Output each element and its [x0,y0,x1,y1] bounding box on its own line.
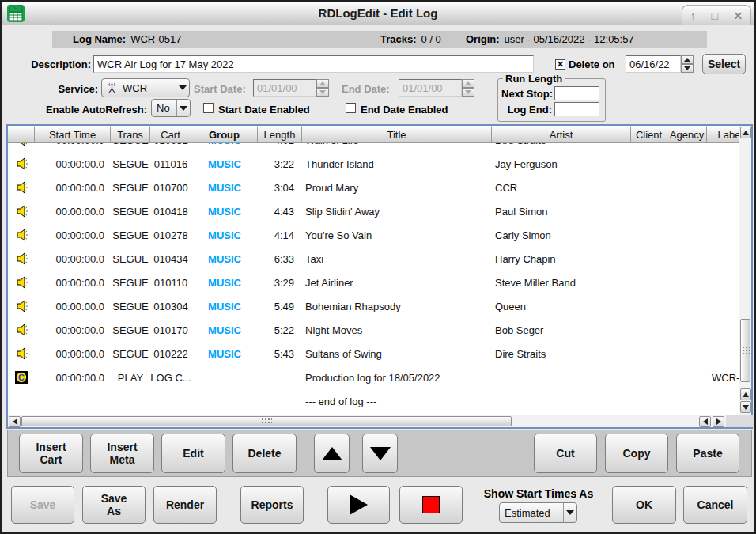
stop-button[interactable] [399,486,463,524]
scroll-left-icon[interactable] [699,416,711,427]
speaker-icon [8,275,35,290]
show-start-times-select[interactable]: Estimated [499,502,577,523]
spin-down-icon[interactable] [681,64,694,73]
column-header-start-time[interactable]: Start Time [35,126,111,143]
scroll-up-icon[interactable] [740,388,751,400]
scroll-left-icon[interactable] [9,416,21,427]
description-input[interactable] [93,55,534,73]
select-button[interactable]: Select [702,54,746,74]
horizontal-scrollbar-thumb[interactable] [21,416,512,426]
end-date-enabled-checkbox[interactable] [346,103,356,113]
tracks-label: Tracks: [380,33,417,45]
column-header-client[interactable]: Client [631,126,667,143]
delete-date-input[interactable] [626,55,681,73]
column-header-icon[interactable] [8,126,35,143]
move-down-button[interactable] [362,434,398,473]
play-button[interactable] [327,486,390,524]
service-select[interactable]: WCR [101,78,190,97]
next-stop-input[interactable] [554,86,599,100]
cell-cart: 011016 [150,158,191,170]
cell-time: 00:00:00.0 [35,277,111,289]
cell-len: 3:29 [258,277,302,289]
log-row[interactable]: 00:00:00.0SEGUE010700MUSIC3:04Proud Mary… [8,176,739,199]
cell-trans: SEGUE [111,158,150,170]
cell-artist: Queen [492,301,631,312]
log-table: Start TimeTransCartGroupLengthTitleArtis… [6,124,753,429]
cell-cart: 010222 [150,348,191,360]
cell-group: MUSIC [191,182,258,194]
cell-group: MUSIC [191,277,258,289]
log-row[interactable]: --- end of log --- [8,389,739,413]
column-header-trans[interactable]: Trans [111,126,150,143]
move-up-button[interactable] [314,434,350,473]
save-as-button[interactable]: Save As [82,486,146,524]
cell-title: Taxi [302,253,492,265]
cell-artist: Paul Simon [492,206,631,218]
cell-cart: 010434 [150,253,191,265]
cell-cart: 010304 [150,301,191,312]
end-date-spinner [462,79,474,97]
copy-button[interactable]: Copy [605,434,668,473]
maximize-icon[interactable]: □ [711,9,717,22]
paste-button[interactable]: Paste [676,434,739,473]
cell-len: 5:49 [258,301,302,312]
column-header-group[interactable]: Group [191,126,258,143]
cell-artist: Harry Chapin [492,253,631,265]
column-header-title[interactable]: Title [302,126,492,143]
log-row[interactable]: 00:00:00.0SEGUE010222MUSIC5:43Sultans of… [8,342,739,365]
delete-button[interactable]: Delete [232,434,297,473]
scroll-right-icon[interactable] [713,416,724,427]
log-end-input[interactable] [554,102,599,116]
close-icon[interactable]: ✕ [733,9,743,22]
log-row[interactable]: C00:00:00.0PLAYLOG C...Production log fo… [8,365,739,389]
edit-button[interactable]: Edit [161,434,225,473]
titlebar[interactable]: RDLogEdit - Edit Log ↑ □ ✕ [2,2,754,25]
log-row[interactable]: 00:00:00.0SEGUE011016MUSIC3:22Thunder Is… [8,152,739,176]
column-header-artist[interactable]: Artist [492,126,631,143]
delete-on-checkbox[interactable]: ✕ [555,59,565,70]
cell-title: Proud Mary [302,182,492,194]
cancel-button[interactable]: Cancel [683,486,747,524]
rdlogedit-window: RDLogEdit - Edit Log ↑ □ ✕ Log Name:WCR-… [0,0,756,534]
reports-button[interactable]: Reports [240,486,304,524]
cell-group: MUSIC [191,229,258,241]
speaker-icon [8,180,35,195]
next-stop-label: Next Stop: [501,88,552,100]
ok-button[interactable]: OK [612,486,676,524]
autorefresh-select[interactable]: No [151,99,191,117]
cut-button[interactable]: Cut [534,434,597,473]
cell-group: MUSIC [191,348,258,360]
autorefresh-value: No [152,102,176,114]
vertical-scrollbar-thumb[interactable] [740,319,750,382]
tracks-value: 0 / 0 [421,33,441,45]
cell-title: Walk of Life [302,143,492,146]
horizontal-scrollbar[interactable] [8,415,726,427]
shade-icon[interactable]: ↑ [690,9,696,22]
cell-time: 00:00:00.0 [35,372,111,384]
vertical-scrollbar[interactable] [739,126,751,415]
log-row[interactable]: 00:00:00.0SEGUE010170MUSIC5:22Night Move… [8,318,739,342]
scroll-down-icon[interactable] [740,401,751,413]
log-row[interactable]: 00:00:00.0SEGUE010304MUSIC5:49Bohemian R… [8,294,739,318]
log-row[interactable]: 00:00:00.0SEGUE010031MUSIC4:01Walk of Li… [8,143,739,152]
column-header-length[interactable]: Length [258,126,302,143]
render-button[interactable]: Render [153,486,217,524]
tracks-group: Tracks:0 / 0 [380,33,441,45]
log-row[interactable]: 00:00:00.0SEGUE010434MUSIC6:33TaxiHarry … [8,247,739,271]
column-header-agency[interactable]: Agency [667,126,707,143]
scroll-up-icon[interactable] [740,127,751,138]
start-date-label: Start Date: [194,83,246,95]
log-row[interactable]: 00:00:00.0SEGUE010110MUSIC3:29Jet Airlin… [8,271,739,294]
log-row[interactable]: 00:00:00.0SEGUE010278MUSIC4:14You're So … [8,223,739,247]
column-header-cart[interactable]: Cart [150,126,191,143]
insert-cart-button[interactable]: Insert Cart [19,434,83,473]
insert-meta-button[interactable]: Insert Meta [90,434,154,473]
log-row[interactable]: 00:00:00.0SEGUE010418MUSIC4:43Slip Slidi… [8,199,739,223]
spin-up-icon[interactable] [681,55,694,64]
start-date-enabled-checkbox[interactable] [203,103,214,113]
cell-title: Bohemian Rhapsody [302,301,492,312]
cell-time: 00:00:00.0 [35,324,111,336]
cell-trans: SEGUE [111,348,150,360]
cell-artist: Steve Miller Band [492,277,631,289]
column-header-label[interactable]: Label [707,126,739,143]
